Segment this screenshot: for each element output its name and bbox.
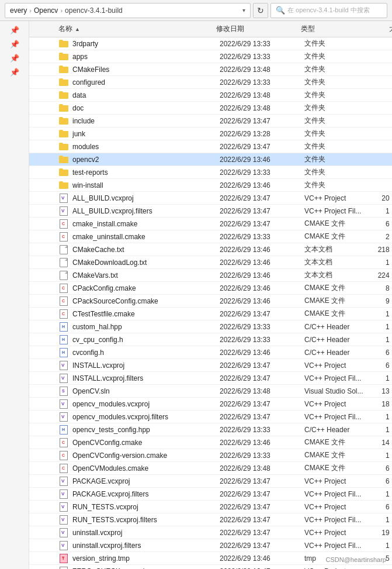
file-size: 6 KB	[372, 349, 392, 357]
table-row[interactable]: opencv22022/6/29 13:46文件夹	[29, 153, 392, 166]
cmake-icon	[58, 219, 69, 229]
table-row[interactable]: data2022/6/29 13:48文件夹	[29, 89, 392, 102]
table-row[interactable]: cvconfig.h2022/6/29 13:46C/C++ Header6 K…	[29, 346, 392, 359]
col-date-header[interactable]: 修改日期	[216, 24, 301, 34]
table-row[interactable]: cv_cpu_config.h2022/6/29 13:33C/C++ Head…	[29, 333, 392, 346]
file-name: CMakeCache.txt	[72, 246, 220, 254]
col-type-header[interactable]: 类型	[301, 24, 368, 34]
table-row[interactable]: INSTALL.vcxproj.filters2022/6/29 13:47VC…	[29, 372, 392, 385]
file-name: doc	[72, 104, 220, 112]
vcproj-icon	[58, 540, 69, 551]
vcproj-icon	[58, 527, 69, 538]
file-name: configured	[72, 78, 220, 87]
table-row[interactable]: uninstall.vcxproj2022/6/29 13:47VC++ Pro…	[29, 526, 392, 539]
file-size: 1 KB	[372, 310, 392, 318]
col-size-header[interactable]: 大小	[368, 24, 392, 34]
file-type: C/C++ Header	[304, 336, 372, 344]
file-type: 文件夹	[304, 180, 372, 190]
file-size: 6 KB	[372, 477, 392, 485]
file-date: 2022/6/29 13:46	[220, 181, 304, 189]
table-row[interactable]: CPackConfig.cmake2022/6/29 13:46CMAKE 文件…	[29, 282, 392, 295]
tmp-icon	[58, 553, 69, 564]
file-size: 1 KB	[372, 336, 392, 344]
table-row[interactable]: opencv_modules.vcxproj2022/6/29 13:47VC+…	[29, 398, 392, 411]
table-row[interactable]: PACKAGE.vcxproj2022/6/29 13:47VC++ Proje…	[29, 475, 392, 488]
table-row[interactable]: opencv_tests_config.hpp2022/6/29 13:33C/…	[29, 423, 392, 436]
table-row[interactable]: OpenCVConfig.cmake2022/6/29 13:46CMAKE 文…	[29, 436, 392, 449]
table-row[interactable]: PACKAGE.vcxproj.filters2022/6/29 13:47VC…	[29, 488, 392, 501]
table-row[interactable]: CMakeVars.txt2022/6/29 13:46文本文档224 KB	[29, 269, 392, 282]
table-row[interactable]: test-reports2022/6/29 13:33文件夹	[29, 166, 392, 179]
table-row[interactable]: CMakeFiles2022/6/29 13:48文件夹	[29, 63, 392, 76]
sidebar-pin-4[interactable]: 📌	[6, 65, 23, 78]
table-row[interactable]: junk2022/6/29 13:28文件夹	[29, 127, 392, 140]
table-row[interactable]: configured2022/6/29 13:33文件夹	[29, 76, 392, 89]
table-row[interactable]: RUN_TESTS.vcxproj2022/6/29 13:47VC++ Pro…	[29, 501, 392, 513]
file-size: 18 KB	[372, 400, 392, 408]
table-row[interactable]: RUN_TESTS.vcxproj.filters2022/6/29 13:47…	[29, 513, 392, 526]
folder-icon	[58, 154, 69, 165]
table-row[interactable]: opencv_modules.vcxproj.filters2022/6/29 …	[29, 411, 392, 423]
file-name: RUN_TESTS.vcxproj.filters	[72, 516, 220, 524]
breadcrumb-dropdown-icon[interactable]: ▾	[242, 7, 245, 13]
file-type: 文件夹	[304, 51, 372, 61]
file-name: CPackConfig.cmake	[72, 284, 220, 292]
vcproj-icon	[58, 412, 69, 422]
refresh-button[interactable]: ↻	[253, 3, 268, 18]
search-area[interactable]: 🔍 在 opencv-3.4.1-build 中搜索	[270, 3, 387, 18]
table-row[interactable]: win-install2022/6/29 13:46文件夹	[29, 179, 392, 192]
breadcrumb-area[interactable]: every › Opencv › opencv-3.4.1-build ▾	[5, 3, 251, 18]
table-row[interactable]: custom_hal.hpp2022/6/29 13:33C/C++ Heade…	[29, 320, 392, 333]
cmake-icon	[58, 232, 69, 242]
col-name-header[interactable]: 名称 ▲	[58, 24, 216, 34]
table-row[interactable]: version_string.tmp2022/6/29 13:46tmp5 KB	[29, 552, 392, 565]
sidebar-pin-3[interactable]: 📌	[6, 51, 23, 64]
breadcrumb-current[interactable]: opencv-3.4.1-build	[65, 6, 123, 15]
vcproj-icon	[58, 515, 69, 525]
table-row[interactable]: cmake_install.cmake2022/6/29 13:47CMAKE …	[29, 218, 392, 230]
file-type: CMAKE 文件	[304, 309, 372, 319]
file-name: uninstall.vcxproj	[72, 529, 220, 537]
cmake-icon	[58, 296, 69, 306]
table-row[interactable]: ALL_BUILD.vcxproj2022/6/29 13:47VC++ Pro…	[29, 192, 392, 205]
file-type: C/C++ Header	[304, 323, 372, 331]
file-name: RUN_TESTS.vcxproj	[72, 503, 220, 511]
table-row[interactable]: ZERO_CHECK.vcxproj2022/6/29 13:47VC++ Pr…	[29, 565, 392, 569]
file-date: 2022/6/29 13:48	[220, 464, 304, 473]
table-row[interactable]: CPackSourceConfig.cmake2022/6/29 13:46CM…	[29, 295, 392, 308]
file-size: 1 KB	[372, 323, 392, 331]
table-row[interactable]: CMakeDownloadLog.txt2022/6/29 13:46文本文档1…	[29, 256, 392, 269]
file-date: 2022/6/29 13:47	[220, 310, 304, 318]
file-name: opencv2	[72, 156, 220, 164]
table-row[interactable]: INSTALL.vcxproj2022/6/29 13:47VC++ Proje…	[29, 359, 392, 372]
table-row[interactable]: include2022/6/29 13:47文件夹	[29, 115, 392, 127]
breadcrumb-every[interactable]: every	[10, 6, 27, 15]
file-date: 2022/6/29 13:47	[220, 207, 304, 215]
sidebar-pin-1[interactable]: 📌	[6, 23, 23, 36]
table-row[interactable]: OpenCVModules.cmake2022/6/29 13:48CMAKE …	[29, 462, 392, 475]
file-name: OpenCV.sln	[72, 387, 220, 395]
table-row[interactable]: uninstall.vcxproj.filters2022/6/29 13:47…	[29, 539, 392, 552]
file-type: CMAKE 文件	[304, 437, 372, 447]
file-name: INSTALL.vcxproj.filters	[72, 374, 220, 382]
table-row[interactable]: CTestTestfile.cmake2022/6/29 13:47CMAKE …	[29, 308, 392, 320]
table-row[interactable]: ALL_BUILD.vcxproj.filters2022/6/29 13:47…	[29, 205, 392, 218]
breadcrumb-opencv[interactable]: Opencv	[34, 6, 58, 15]
file-date: 2022/6/29 13:33	[220, 233, 304, 241]
table-row[interactable]: CMakeCache.txt2022/6/29 13:46文本文档218 KB	[29, 243, 392, 256]
table-row[interactable]: apps2022/6/29 13:33文件夹	[29, 50, 392, 63]
file-name: 3rdparty	[72, 40, 220, 48]
sidebar-pin-2[interactable]: 📌	[6, 37, 23, 50]
file-name: OpenCVConfig.cmake	[72, 439, 220, 447]
file-type: 文件夹	[304, 90, 372, 100]
file-date: 2022/6/29 13:28	[220, 130, 304, 138]
table-row[interactable]: cmake_uninstall.cmake2022/6/29 13:33CMAK…	[29, 230, 392, 243]
table-row[interactable]: 3rdparty2022/6/29 13:33文件夹	[29, 37, 392, 50]
file-size: 224 KB	[372, 271, 392, 280]
table-row[interactable]: doc2022/6/29 13:48文件夹	[29, 102, 392, 115]
table-row[interactable]: OpenCV.sln2022/6/29 13:48Visual Studio S…	[29, 385, 392, 398]
file-type: VC++ Project	[304, 567, 372, 570]
table-row[interactable]: modules2022/6/29 13:47文件夹	[29, 140, 392, 153]
table-row[interactable]: OpenCVConfig-version.cmake2022/6/29 13:3…	[29, 449, 392, 462]
file-date: 2022/6/29 13:46	[220, 284, 304, 292]
